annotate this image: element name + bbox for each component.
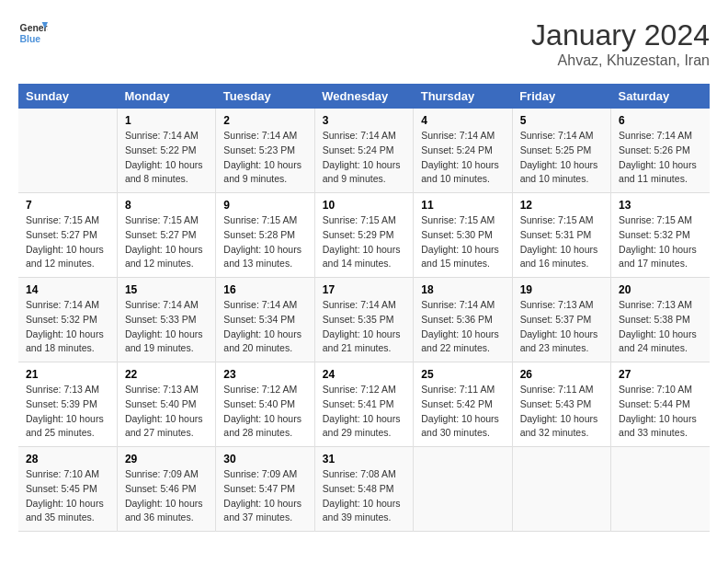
- day-cell: 25Sunrise: 7:11 AMSunset: 5:42 PMDayligh…: [414, 362, 512, 447]
- day-cell: 15Sunrise: 7:14 AMSunset: 5:33 PMDayligh…: [117, 278, 215, 362]
- day-cell: 11Sunrise: 7:15 AMSunset: 5:30 PMDayligh…: [414, 193, 512, 278]
- day-info: Sunrise: 7:14 AMSunset: 5:26 PMDaylight:…: [619, 129, 702, 187]
- day-number: 19: [520, 283, 603, 296]
- day-number: 9: [223, 199, 306, 212]
- column-header-thursday: Thursday: [414, 84, 512, 109]
- day-number: 30: [223, 453, 306, 465]
- day-info: Sunrise: 7:10 AMSunset: 5:44 PMDaylight:…: [619, 383, 702, 441]
- day-number: 3: [323, 114, 405, 127]
- day-info: Sunrise: 7:13 AMSunset: 5:40 PMDaylight:…: [125, 383, 208, 441]
- day-info: Sunrise: 7:15 AMSunset: 5:32 PMDaylight:…: [619, 213, 702, 271]
- day-number: 13: [619, 199, 702, 212]
- day-info: Sunrise: 7:15 AMSunset: 5:31 PMDaylight:…: [520, 213, 603, 271]
- day-info: Sunrise: 7:14 AMSunset: 5:25 PMDaylight:…: [520, 129, 603, 187]
- day-cell: 9Sunrise: 7:15 AMSunset: 5:28 PMDaylight…: [216, 193, 314, 278]
- day-info: Sunrise: 7:14 AMSunset: 5:35 PMDaylight:…: [323, 298, 405, 356]
- day-cell: 8Sunrise: 7:15 AMSunset: 5:27 PMDaylight…: [117, 193, 215, 278]
- column-header-tuesday: Tuesday: [216, 84, 314, 109]
- day-cell: 12Sunrise: 7:15 AMSunset: 5:31 PMDayligh…: [512, 193, 610, 278]
- day-number: 24: [323, 368, 405, 381]
- day-info: Sunrise: 7:09 AMSunset: 5:47 PMDaylight:…: [223, 467, 306, 525]
- day-number: 21: [26, 368, 109, 381]
- day-number: 18: [421, 283, 504, 296]
- day-number: 20: [619, 283, 702, 296]
- day-number: 1: [125, 114, 208, 127]
- week-row-4: 21Sunrise: 7:13 AMSunset: 5:39 PMDayligh…: [18, 362, 710, 447]
- day-cell: 19Sunrise: 7:13 AMSunset: 5:37 PMDayligh…: [512, 278, 610, 362]
- day-number: 25: [421, 368, 504, 381]
- day-cell: 10Sunrise: 7:15 AMSunset: 5:29 PMDayligh…: [314, 193, 413, 278]
- day-cell: 13Sunrise: 7:15 AMSunset: 5:32 PMDayligh…: [611, 193, 710, 278]
- day-info: Sunrise: 7:14 AMSunset: 5:33 PMDaylight:…: [125, 298, 208, 356]
- day-cell: 21Sunrise: 7:13 AMSunset: 5:39 PMDayligh…: [18, 362, 117, 447]
- day-cell: 23Sunrise: 7:12 AMSunset: 5:40 PMDayligh…: [216, 362, 314, 447]
- header-row: SundayMondayTuesdayWednesdayThursdayFrid…: [18, 84, 710, 109]
- day-number: 5: [520, 114, 603, 127]
- day-cell: [611, 447, 710, 532]
- day-info: Sunrise: 7:13 AMSunset: 5:38 PMDaylight:…: [619, 298, 702, 356]
- header: General Blue January 2024 Ahvaz, Khuzest…: [18, 18, 710, 69]
- day-info: Sunrise: 7:14 AMSunset: 5:34 PMDaylight:…: [223, 298, 306, 356]
- day-info: Sunrise: 7:13 AMSunset: 5:37 PMDaylight:…: [520, 298, 603, 356]
- svg-text:Blue: Blue: [20, 34, 41, 44]
- day-cell: 28Sunrise: 7:10 AMSunset: 5:45 PMDayligh…: [18, 447, 117, 532]
- column-header-friday: Friday: [512, 84, 610, 109]
- day-number: 22: [125, 368, 208, 381]
- day-cell: 2Sunrise: 7:14 AMSunset: 5:23 PMDaylight…: [216, 109, 314, 193]
- day-cell: 20Sunrise: 7:13 AMSunset: 5:38 PMDayligh…: [611, 278, 710, 362]
- day-cell: [414, 447, 512, 532]
- day-info: Sunrise: 7:15 AMSunset: 5:27 PMDaylight:…: [125, 213, 208, 271]
- column-header-wednesday: Wednesday: [314, 84, 413, 109]
- day-number: 12: [520, 199, 603, 212]
- day-number: 11: [421, 199, 504, 212]
- day-cell: 6Sunrise: 7:14 AMSunset: 5:26 PMDaylight…: [611, 109, 710, 193]
- logo: General Blue: [18, 18, 48, 48]
- day-number: 7: [26, 199, 109, 212]
- day-cell: 17Sunrise: 7:14 AMSunset: 5:35 PMDayligh…: [314, 278, 413, 362]
- day-info: Sunrise: 7:08 AMSunset: 5:48 PMDaylight:…: [323, 467, 405, 525]
- day-info: Sunrise: 7:14 AMSunset: 5:36 PMDaylight:…: [421, 298, 504, 356]
- day-number: 31: [323, 453, 405, 465]
- day-cell: 29Sunrise: 7:09 AMSunset: 5:46 PMDayligh…: [117, 447, 215, 532]
- day-info: Sunrise: 7:13 AMSunset: 5:39 PMDaylight:…: [26, 383, 109, 441]
- day-number: 4: [421, 114, 504, 127]
- week-row-3: 14Sunrise: 7:14 AMSunset: 5:32 PMDayligh…: [18, 278, 710, 362]
- day-cell: 27Sunrise: 7:10 AMSunset: 5:44 PMDayligh…: [611, 362, 710, 447]
- day-cell: 26Sunrise: 7:11 AMSunset: 5:43 PMDayligh…: [512, 362, 610, 447]
- day-info: Sunrise: 7:09 AMSunset: 5:46 PMDaylight:…: [125, 467, 208, 525]
- day-number: 15: [125, 283, 208, 296]
- subtitle: Ahvaz, Khuzestan, Iran: [531, 52, 710, 69]
- day-info: Sunrise: 7:14 AMSunset: 5:24 PMDaylight:…: [421, 129, 504, 187]
- day-cell: 16Sunrise: 7:14 AMSunset: 5:34 PMDayligh…: [216, 278, 314, 362]
- day-info: Sunrise: 7:10 AMSunset: 5:45 PMDaylight:…: [26, 467, 109, 525]
- day-cell: 3Sunrise: 7:14 AMSunset: 5:24 PMDaylight…: [314, 109, 413, 193]
- day-number: 14: [26, 283, 109, 296]
- week-row-1: 1Sunrise: 7:14 AMSunset: 5:22 PMDaylight…: [18, 109, 710, 193]
- day-info: Sunrise: 7:15 AMSunset: 5:30 PMDaylight:…: [421, 213, 504, 271]
- day-number: 2: [223, 114, 306, 127]
- day-number: 8: [125, 199, 208, 212]
- day-number: 29: [125, 453, 208, 465]
- column-header-sunday: Sunday: [18, 84, 117, 109]
- day-number: 6: [619, 114, 702, 127]
- day-info: Sunrise: 7:14 AMSunset: 5:23 PMDaylight:…: [223, 129, 306, 187]
- day-info: Sunrise: 7:11 AMSunset: 5:42 PMDaylight:…: [421, 383, 504, 441]
- day-info: Sunrise: 7:15 AMSunset: 5:27 PMDaylight:…: [26, 213, 109, 271]
- day-info: Sunrise: 7:14 AMSunset: 5:32 PMDaylight:…: [26, 298, 109, 356]
- column-header-monday: Monday: [117, 84, 215, 109]
- day-number: 16: [223, 283, 306, 296]
- day-number: 26: [520, 368, 603, 381]
- day-cell: 7Sunrise: 7:15 AMSunset: 5:27 PMDaylight…: [18, 193, 117, 278]
- column-header-saturday: Saturday: [611, 84, 710, 109]
- day-number: 10: [323, 199, 405, 212]
- day-cell: 24Sunrise: 7:12 AMSunset: 5:41 PMDayligh…: [314, 362, 413, 447]
- day-cell: 30Sunrise: 7:09 AMSunset: 5:47 PMDayligh…: [216, 447, 314, 532]
- day-cell: 22Sunrise: 7:13 AMSunset: 5:40 PMDayligh…: [117, 362, 215, 447]
- day-info: Sunrise: 7:14 AMSunset: 5:22 PMDaylight:…: [125, 129, 208, 187]
- week-row-2: 7Sunrise: 7:15 AMSunset: 5:27 PMDaylight…: [18, 193, 710, 278]
- day-number: 27: [619, 368, 702, 381]
- day-info: Sunrise: 7:15 AMSunset: 5:28 PMDaylight:…: [223, 213, 306, 271]
- day-cell: 5Sunrise: 7:14 AMSunset: 5:25 PMDaylight…: [512, 109, 610, 193]
- day-cell: 18Sunrise: 7:14 AMSunset: 5:36 PMDayligh…: [414, 278, 512, 362]
- day-cell: 1Sunrise: 7:14 AMSunset: 5:22 PMDaylight…: [117, 109, 215, 193]
